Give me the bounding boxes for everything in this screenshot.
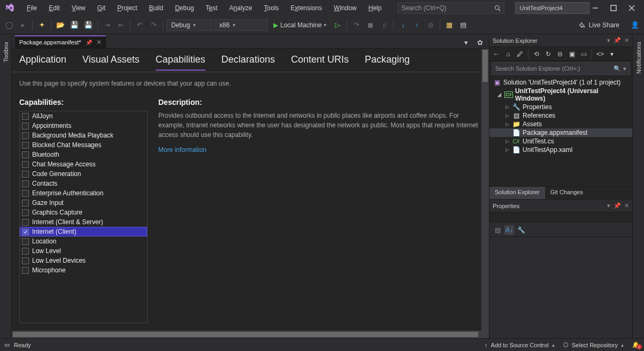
layout-button-2[interactable]: ▤: [457, 19, 469, 31]
capability-checkbox[interactable]: [22, 123, 29, 129]
platform-dropdown[interactable]: x86▾: [214, 19, 268, 31]
capability-checkbox[interactable]: [22, 200, 29, 207]
capability-checkbox[interactable]: [22, 171, 29, 178]
nav-forward-button[interactable]: ▸: [17, 19, 29, 31]
capability-checkbox[interactable]: ✓: [22, 228, 29, 235]
capability-checkbox[interactable]: [22, 180, 29, 187]
capability-item[interactable]: Microphone: [20, 265, 147, 275]
menu-project[interactable]: Project: [112, 2, 142, 14]
capability-checkbox[interactable]: [22, 113, 29, 120]
capability-item[interactable]: Chat Message Access: [20, 159, 147, 169]
menu-test[interactable]: Test: [201, 2, 223, 14]
menu-help[interactable]: Help: [363, 2, 387, 14]
manifest-tab-packaging[interactable]: Packaging: [365, 50, 410, 71]
capability-checkbox[interactable]: [22, 267, 29, 274]
doc-tab-manifest[interactable]: Package.appxmanifest* 📌 ✕: [15, 35, 106, 48]
collapse-icon[interactable]: ⊖: [555, 49, 565, 59]
toolbox-tab[interactable]: Toolbox: [2, 37, 10, 66]
project-node[interactable]: ◢ C# UnitTestProject4 (Universal Windows…: [489, 87, 632, 103]
capability-checkbox[interactable]: [22, 209, 29, 216]
manifest-tab-capabilities[interactable]: Capabilities: [156, 50, 205, 71]
more-icon[interactable]: ▾: [607, 49, 617, 59]
title-search[interactable]: Search (Ctrl+Q): [397, 2, 504, 14]
capability-checkbox[interactable]: [22, 257, 29, 264]
unittest-node[interactable]: ▷ C# UnitTest.cs: [489, 137, 632, 146]
step-into-button[interactable]: ↓: [397, 19, 409, 31]
menu-edit[interactable]: Edit: [43, 2, 65, 14]
menu-window[interactable]: Window: [328, 2, 362, 14]
capability-item[interactable]: AllJoyn: [20, 111, 147, 121]
new-project-button[interactable]: ✦: [36, 19, 48, 31]
solution-explorer-search[interactable]: Search Solution Explorer (Ctrl+;) 🔍 ▾: [492, 62, 630, 75]
appxaml-node[interactable]: ▷ 📄 UnitTestApp.xaml: [489, 146, 632, 154]
vertical-scrollbar[interactable]: [481, 49, 489, 338]
menu-file[interactable]: File: [21, 2, 42, 14]
expand-icon[interactable]: ▷: [504, 104, 510, 110]
notifications-bell[interactable]: 🔔 1: [632, 341, 640, 348]
nav-back-button[interactable]: ◯: [3, 19, 15, 31]
maximize-button[interactable]: [610, 4, 617, 12]
panel-dropdown-icon[interactable]: ▾: [607, 202, 610, 209]
capability-item[interactable]: ✓Internet (Client): [20, 227, 147, 236]
show-all-icon[interactable]: ▣: [567, 49, 577, 59]
search-options-icon[interactable]: ▾: [623, 65, 626, 72]
save-all-button[interactable]: 💾: [82, 19, 94, 31]
expand-icon[interactable]: ▷: [504, 113, 510, 118]
preview-icon[interactable]: ▭: [579, 49, 588, 59]
close-tab-icon[interactable]: ✕: [96, 39, 102, 46]
capability-checkbox[interactable]: [22, 151, 29, 158]
solution-node[interactable]: ▣ Solution 'UnitTestProject4' (1 of 1 pr…: [489, 78, 632, 87]
refresh-icon[interactable]: ↻: [543, 49, 553, 59]
stop-button[interactable]: ◼: [364, 19, 376, 31]
tab-solution-explorer[interactable]: Solution Explorer: [489, 187, 545, 199]
menu-git[interactable]: Git: [92, 2, 111, 14]
capability-checkbox[interactable]: [22, 142, 29, 149]
back-icon[interactable]: ←: [492, 49, 501, 59]
capability-item[interactable]: Background Media Playback: [20, 131, 147, 140]
tab-git-changes[interactable]: Git Changes: [545, 187, 588, 199]
capability-item[interactable]: Gaze Input: [20, 198, 147, 208]
manifest-tab-content-uris[interactable]: Content URIs: [291, 50, 349, 71]
close-button[interactable]: [628, 4, 635, 12]
minimize-button[interactable]: [592, 4, 599, 12]
properties-node[interactable]: ▷ 🔧 Properties: [489, 103, 632, 111]
panel-close-icon[interactable]: ✕: [624, 37, 629, 44]
capability-checkbox[interactable]: [22, 238, 29, 245]
step-out-button[interactable]: ↑: [411, 19, 423, 31]
manifest-tab-visual-assets[interactable]: Visual Assets: [82, 50, 140, 71]
run-without-debug-button[interactable]: ▷: [332, 19, 343, 31]
properties-selector[interactable]: [489, 212, 632, 223]
capability-item[interactable]: Low Level: [20, 246, 147, 256]
capability-checkbox[interactable]: [22, 248, 29, 255]
capability-checkbox[interactable]: [22, 190, 29, 197]
capability-checkbox[interactable]: [22, 161, 29, 168]
capability-item[interactable]: Graphics Capture: [20, 208, 147, 217]
capability-item[interactable]: Code Generation: [20, 169, 147, 179]
capability-item[interactable]: Contacts: [20, 179, 147, 188]
more-information-link[interactable]: More information: [158, 146, 481, 154]
user-icon[interactable]: 👤: [629, 19, 641, 31]
alphabetical-icon[interactable]: A↓: [504, 225, 514, 235]
menu-debug[interactable]: Debug: [170, 2, 199, 14]
live-share-button[interactable]: Live Share: [574, 21, 624, 29]
pin-icon[interactable]: 📌: [86, 40, 92, 45]
save-button[interactable]: 💾: [68, 19, 80, 31]
sync-icon[interactable]: ⟲: [532, 49, 541, 59]
assets-node[interactable]: ▷ 📁 Assets: [489, 120, 632, 128]
menu-build[interactable]: Build: [143, 2, 168, 14]
expand-icon[interactable]: ▷: [504, 121, 510, 127]
indent-button[interactable]: ⇥: [101, 19, 113, 31]
expand-icon[interactable]: ▷: [504, 139, 510, 144]
wrench-icon[interactable]: 🔧: [516, 225, 526, 235]
layout-button[interactable]: ▦: [443, 19, 455, 31]
menu-analyze[interactable]: Analyze: [224, 2, 258, 14]
tab-settings-button[interactable]: ✿: [474, 36, 486, 48]
capabilities-list[interactable]: AllJoynAppointmentsBackground Media Play…: [19, 111, 148, 323]
pause-button[interactable]: ॥: [378, 19, 390, 31]
code-icon[interactable]: <>: [595, 49, 605, 59]
capability-item[interactable]: Appointments: [20, 121, 147, 131]
tab-list-button[interactable]: ▾: [460, 36, 472, 48]
package-manifest-node[interactable]: 📄 Package.appxmanifest: [489, 128, 632, 137]
capability-item[interactable]: Location: [20, 236, 147, 246]
categorize-icon[interactable]: ▤: [493, 225, 502, 235]
